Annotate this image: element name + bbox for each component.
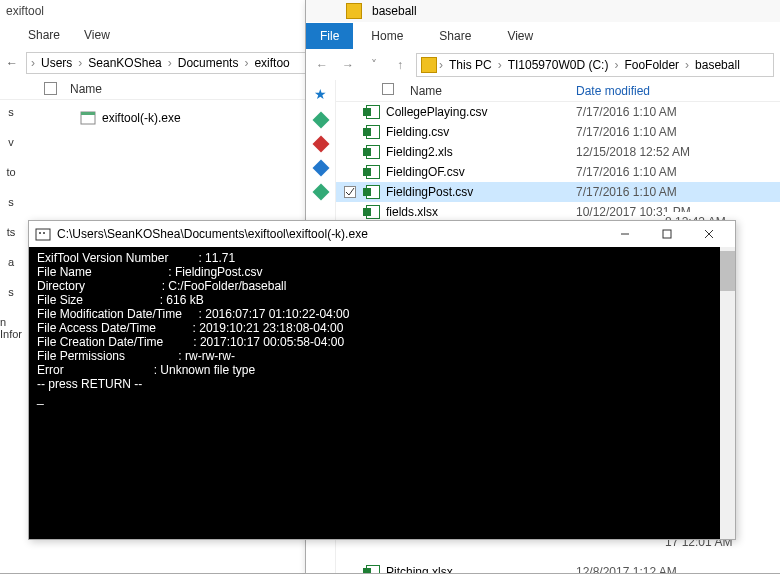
excel-icon — [366, 205, 380, 219]
file-name: FieldingPost.csv — [382, 185, 576, 199]
app-icon — [35, 226, 51, 242]
column-headers: Name — [0, 78, 314, 100]
excel-icon — [366, 105, 380, 119]
ribbon-tab-view[interactable]: View — [489, 23, 551, 49]
ribbon-tab-home[interactable]: Home — [353, 23, 421, 49]
file-name: Fielding2.xls — [382, 145, 576, 159]
breadcrumb-segment[interactable]: SeanKOShea — [84, 56, 165, 70]
strip-label: n Infor — [0, 316, 22, 340]
list-item[interactable]: Pitching.xlsx 12/8/2017 1:12 AM — [336, 562, 780, 573]
column-header-name[interactable]: Name — [70, 82, 314, 96]
breadcrumb[interactable]: › This PC › TI105970W0D (C:) › FooFolder… — [416, 53, 774, 77]
file-date: 7/17/2016 1:10 AM — [576, 105, 780, 119]
quick-access-strip: s v to s ts a s n Infor — [0, 100, 22, 540]
window-title: baseball — [372, 4, 417, 18]
star-icon[interactable]: ★ — [314, 86, 327, 102]
strip-label: v — [8, 136, 14, 148]
select-all-checkbox[interactable] — [44, 82, 57, 95]
ribbon: Share View — [0, 22, 314, 48]
title-text: exiftool — [6, 4, 44, 18]
excel-icon — [366, 125, 380, 139]
window-title: C:\Users\SeanKOShea\Documents\exiftool\e… — [57, 227, 599, 241]
chevron-right-icon: › — [31, 56, 35, 70]
ribbon-tab-share[interactable]: Share — [421, 23, 489, 49]
file-name: exiftool(-k).exe — [102, 111, 181, 125]
column-headers: Name Date modified — [336, 80, 780, 102]
scrollbar[interactable] — [720, 247, 735, 539]
address-bar: ← → ˅ ↑ › This PC › TI105970W0D (C:) › F… — [306, 50, 780, 80]
chevron-right-icon: › — [498, 58, 502, 72]
nav-forward-icon[interactable]: → — [338, 58, 358, 72]
ribbon-tab-view[interactable]: View — [84, 28, 110, 42]
file-name: Fielding.csv — [382, 125, 576, 139]
breadcrumb-segment[interactable]: Users — [37, 56, 76, 70]
title-tab-bar: baseball — [306, 0, 780, 22]
drive-icon — [421, 57, 437, 73]
file-list: CollegePlaying.csv7/17/2016 1:10 AMField… — [336, 102, 780, 222]
ribbon-tab-share[interactable]: Share — [28, 28, 60, 42]
list-item[interactable]: Fielding2.xls12/15/2018 12:52 AM — [336, 142, 780, 162]
column-header-name[interactable]: Name — [410, 84, 442, 98]
nav-back-icon[interactable]: ← — [6, 56, 18, 70]
file-name: CollegePlaying.csv — [382, 105, 576, 119]
excel-icon — [366, 565, 380, 573]
file-date: 7/17/2016 1:10 AM — [576, 185, 780, 199]
chevron-right-icon: › — [244, 56, 248, 70]
file-name: fields.xlsx — [382, 205, 576, 219]
breadcrumb[interactable]: › Users › SeanKOShea › Documents › exift… — [26, 52, 308, 74]
nav-up-icon[interactable]: ↑ — [390, 58, 410, 72]
excel-icon — [366, 185, 380, 199]
breadcrumb-segment[interactable]: FooFolder — [620, 58, 683, 72]
scrollbar-thumb[interactable] — [720, 251, 735, 291]
svg-point-3 — [39, 232, 41, 234]
exe-icon — [80, 110, 96, 126]
breadcrumb-segment[interactable]: Documents — [174, 56, 243, 70]
pin-icon — [312, 160, 329, 177]
svg-rect-2 — [36, 229, 50, 240]
strip-label: s — [8, 196, 14, 208]
window-title: exiftool — [0, 0, 314, 22]
file-date: 12/8/2017 1:12 AM — [576, 565, 780, 573]
column-header-date[interactable]: Date modified — [576, 84, 780, 98]
svg-point-4 — [43, 232, 45, 234]
pin-icon — [312, 136, 329, 153]
file-name: FieldingOF.csv — [382, 165, 576, 179]
ribbon-tab-file[interactable]: File — [306, 23, 353, 49]
file-date: 7/17/2016 1:10 AM — [576, 125, 780, 139]
list-item[interactable]: Fielding.csv7/17/2016 1:10 AM — [336, 122, 780, 142]
list-item[interactable]: FieldingPost.csv7/17/2016 1:10 AM — [336, 182, 780, 202]
breadcrumb-segment[interactable]: exiftoo — [250, 56, 293, 70]
chevron-down-icon[interactable]: ˅ — [364, 58, 384, 72]
chevron-right-icon: › — [685, 58, 689, 72]
ribbon: File Home Share View — [306, 22, 780, 50]
list-item[interactable]: CollegePlaying.csv7/17/2016 1:10 AM — [336, 102, 780, 122]
pin-icon — [312, 184, 329, 201]
breadcrumb-segment[interactable]: This PC — [445, 58, 496, 72]
terminal-output[interactable]: ExifTool Version Number : 11.71 File Nam… — [29, 247, 735, 539]
svg-rect-1 — [81, 112, 95, 115]
strip-label: a — [8, 256, 14, 268]
titlebar: C:\Users\SeanKOShea\Documents\exiftool\e… — [29, 221, 735, 247]
nav-back-icon[interactable]: ← — [312, 58, 332, 72]
strip-label: s — [8, 106, 14, 118]
folder-icon — [346, 3, 362, 19]
file-name: Pitching.xlsx — [382, 565, 576, 573]
excel-icon — [366, 145, 380, 159]
excel-icon — [366, 165, 380, 179]
minimize-button[interactable] — [605, 223, 645, 245]
breadcrumb-segment[interactable]: baseball — [691, 58, 744, 72]
console-window: C:\Users\SeanKOShea\Documents\exiftool\e… — [28, 220, 736, 540]
chevron-right-icon: › — [614, 58, 618, 72]
pin-icon — [312, 112, 329, 129]
list-item[interactable]: FieldingOF.csv7/17/2016 1:10 AM — [336, 162, 780, 182]
breadcrumb-segment[interactable]: TI105970W0D (C:) — [504, 58, 613, 72]
svg-rect-6 — [663, 230, 671, 238]
chevron-right-icon: › — [168, 56, 172, 70]
chevron-right-icon: › — [78, 56, 82, 70]
chevron-right-icon: › — [439, 58, 443, 72]
select-all-checkbox[interactable] — [382, 83, 394, 95]
maximize-button[interactable] — [647, 223, 687, 245]
close-button[interactable] — [689, 223, 729, 245]
list-item[interactable]: exiftool(-k).exe — [80, 108, 314, 128]
row-checkbox[interactable] — [344, 186, 356, 198]
